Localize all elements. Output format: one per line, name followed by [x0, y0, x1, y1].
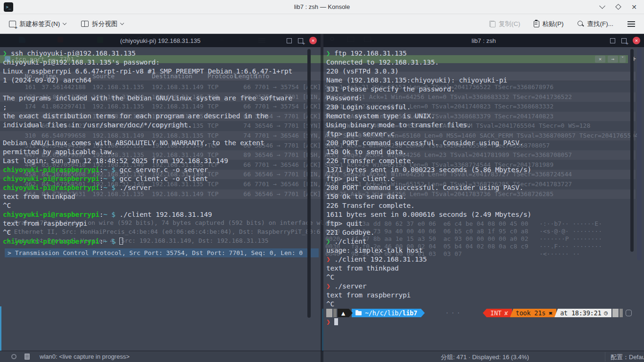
terminal-line: 1611 bytes sent in 0.000616 seconds (2.4…: [326, 210, 644, 219]
terminal-line: ^C: [3, 201, 321, 210]
terminal-line: ❯: [326, 318, 644, 327]
up-arrow-icon: ▲: [341, 309, 345, 317]
terminal-line: Last login: Sun Jan 12 18:48:52 2025 fro…: [3, 156, 321, 165]
shell-prompt-statusbar: ▲ ~/h/c/lib/lib7 ··· INT✘ took 21s at 18…: [326, 309, 632, 317]
terminal-line: 220 (vsFTPd 3.0.3): [326, 67, 644, 76]
powerline-dots: ···: [425, 309, 483, 317]
find-button[interactable]: 查找(F)...: [573, 17, 618, 31]
clock-icon: ◷: [604, 309, 608, 317]
expand-pane-icon[interactable]: [610, 38, 615, 43]
window-title: lib7 : zsh — Konsole: [0, 3, 644, 10]
terminal-line: Remote system type is UNIX.: [326, 112, 644, 121]
maximize-button[interactable]: [614, 3, 622, 11]
expand-pane-icon[interactable]: [287, 38, 292, 43]
text-cursor: [119, 238, 123, 245]
terminal-line: ^C: [326, 273, 644, 282]
terminal-line: ^C: [326, 300, 644, 309]
powerline-block: [326, 309, 332, 317]
terminal-line: 226 Transfer complete.: [326, 156, 644, 165]
toolbar: 新建标签页(N) 拆分视图 复制(C) 粘贴(P) 查找(F)...: [0, 14, 644, 34]
pane-header-right[interactable]: lib7 : zsh ×: [323, 34, 644, 47]
terminal-line: 150 Ok to send data.: [326, 192, 644, 201]
new-tab-button[interactable]: 新建标签页(N): [5, 17, 70, 31]
terminal-line: ❯ ftp 192.168.31.135: [326, 49, 644, 58]
error-cross-icon: ✘: [504, 309, 508, 317]
terminal-line: chiyoyuki-pi@raspberrypi:~ $: [3, 237, 321, 246]
copy-button[interactable]: 复制(C): [485, 17, 525, 31]
terminal-line: Using binary mode to transfer files.: [326, 121, 644, 130]
terminal-line: 331 Please specify the password.: [326, 85, 644, 94]
detach-pane-icon[interactable]: [621, 38, 627, 43]
split-view-label: 拆分视图: [92, 20, 117, 28]
new-tab-label: 新建标签页(N): [19, 20, 60, 28]
terminal-line: 230 Login successful.: [326, 103, 644, 112]
split-view-icon: [81, 21, 89, 27]
scrollbar-left-pane[interactable]: [307, 49, 311, 318]
split-view-button[interactable]: 拆分视图: [77, 17, 128, 31]
pane-header-left[interactable]: (chiyoyuki-pi) 192.168.31.135 ×: [0, 34, 321, 47]
search-icon: [577, 20, 584, 27]
directory-path: ~/h/c/lib/: [365, 309, 402, 317]
terminal-line: 200 PORT command successful. Consider us…: [326, 183, 644, 192]
pane-title-left: (chiyoyuki-pi) 192.168.31.135: [120, 37, 201, 44]
powerline-block: [612, 309, 619, 317]
close-button[interactable]: ✕: [630, 3, 638, 11]
folder-icon: [355, 311, 362, 315]
terminal-line: 150 Ok to send data.: [326, 148, 644, 156]
terminal-line: ftp> put client.c: [326, 174, 644, 183]
minimize-icon: [599, 3, 605, 9]
terminal-line: Connected to 192.168.31.135.: [326, 58, 644, 67]
terminal-line: ❯ ./server: [326, 282, 644, 291]
paste-label: 粘贴(P): [543, 20, 564, 28]
terminal-line: text from raspberrypi: [3, 219, 321, 228]
maximize-icon: [615, 4, 621, 10]
close-pane-button[interactable]: ×: [633, 37, 640, 44]
terminal-line: Linux raspberrypi 6.6.47+rpt-rpi-v8 #1 S…: [3, 67, 321, 76]
copy-label: 复制(C): [499, 20, 520, 28]
duration-segment: took 21s: [510, 309, 556, 317]
terminal-line: chiyoyuki-pi@raspberrypi:~ $ ./client 19…: [3, 210, 321, 219]
paste-button[interactable]: 粘贴(P): [529, 17, 568, 31]
terminal-line: text from thinkpad: [3, 192, 321, 201]
terminal-line: ❯ ./client: [326, 237, 644, 246]
directory-current: lib7: [402, 309, 417, 317]
pane-title-right: lib7 : zsh: [471, 37, 495, 44]
terminal-line: [3, 85, 321, 94]
powerline-block: [619, 309, 623, 317]
terminal-line: ❯ ssh chiyoyuki-pi@192.168.31.135: [3, 49, 321, 58]
terminal-screen-left[interactable]: ❯ ssh chiyoyuki-pi@192.168.31.135chiyoyu…: [0, 47, 321, 362]
terminal-line: The programs included with the Debian GN…: [3, 94, 321, 103]
os-indicator-segment: ▲: [338, 309, 349, 317]
terminal-line: usage: simplex-talk host: [326, 246, 644, 255]
terminal-line: 226 Transfer complete.: [326, 201, 644, 210]
text-cursor: [334, 318, 338, 325]
terminal-line: ^C: [3, 228, 321, 237]
terminal-main-area: › « » tcp.port == 7701 × → ˇ + No.TimeSo…: [0, 34, 644, 362]
detach-pane-icon[interactable]: [298, 38, 303, 43]
terminal-line: Debian GNU/Linux comes with ABSOLUTELY N…: [3, 139, 321, 148]
close-pane-button[interactable]: ×: [309, 37, 317, 44]
timestamp-label: at 18:39:21: [560, 309, 601, 317]
terminal-line: 221 Goodbye.: [326, 228, 644, 237]
terminal-line: 1371 bytes sent in 0.000223 seconds (5.8…: [326, 165, 644, 174]
terminal-line: 1 (2024-09-02) aarch64: [3, 76, 321, 85]
minimize-button[interactable]: [598, 3, 606, 11]
terminal-screen-right[interactable]: ❯ ftp 192.168.31.135Connected to 192.168…: [323, 47, 644, 362]
terminal-line: ❯ ./client 192.168.31.135: [326, 255, 644, 264]
paste-icon: [534, 21, 539, 27]
prompt-bracket-shape: [626, 310, 632, 316]
timestamp-segment: at 18:39:21◷: [554, 309, 611, 317]
hamburger-menu-button[interactable]: [623, 21, 639, 27]
scrollbar-right-pane[interactable]: [630, 49, 634, 252]
find-label: 查找(F)...: [587, 20, 614, 28]
terminal-line: the exact distribution terms for each pr…: [3, 112, 321, 121]
terminal-line: permitted by applicable law.: [3, 148, 321, 156]
terminal-line: chiyoyuki-pi@raspberrypi:~ $ ./server: [3, 183, 321, 192]
titlebar[interactable]: >_ lib7 : zsh — Konsole ✕: [0, 0, 644, 14]
hamburger-menu-icon: [627, 21, 635, 22]
terminal-line: ftp> put server.c: [326, 130, 644, 139]
window-controls: ✕: [598, 3, 644, 11]
directory-segment: ~/h/c/lib/lib7: [352, 309, 421, 317]
chevron-down-icon: [63, 21, 66, 25]
terminal-line: chiyoyuki-pi@raspberrypi:~ $ gcc server.…: [3, 165, 321, 174]
